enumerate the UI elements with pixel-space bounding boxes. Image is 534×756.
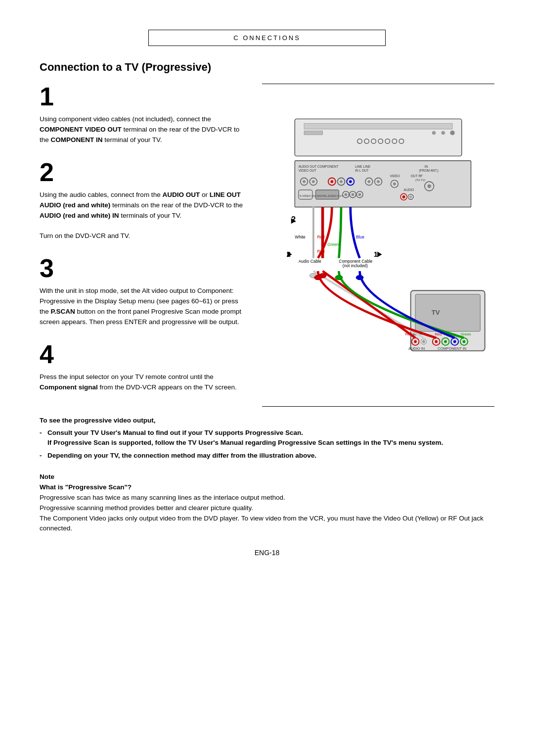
- step-3-number: 3: [40, 255, 247, 281]
- step-2-text: Using the audio cables, connect from the…: [40, 190, 247, 242]
- svg-point-104: [335, 276, 343, 280]
- bullet-2: Depending on your TV, the connection met…: [40, 451, 494, 461]
- svg-point-4: [442, 131, 445, 135]
- step-1: 1 Using component video cables (not incl…: [40, 84, 247, 145]
- svg-text:Green: Green: [461, 332, 471, 337]
- section-title: Connection to a TV (Progressive): [40, 61, 494, 74]
- svg-point-88: [453, 340, 456, 343]
- svg-text:(TO TV): (TO TV): [415, 179, 425, 182]
- svg-text:DIGITAL AUDIO OUT: DIGITAL AUDIO OUT: [316, 194, 343, 197]
- svg-point-27: [340, 181, 343, 184]
- svg-point-41: [352, 193, 355, 196]
- svg-text:LINE    LINE: LINE LINE: [355, 165, 371, 168]
- svg-point-31: [367, 181, 370, 184]
- svg-point-25: [330, 181, 333, 184]
- svg-text:IN L    OUT: IN L OUT: [355, 169, 368, 173]
- svg-text:COMPONENT IN: COMPONENT IN: [438, 347, 466, 351]
- note-line-1: Progressive scan has twice as many scann…: [40, 493, 494, 503]
- svg-point-90: [463, 340, 466, 343]
- svg-text:AUDIO IN: AUDIO IN: [408, 347, 425, 351]
- main-content: 1 Using component video cables (not incl…: [40, 84, 494, 407]
- svg-text:Green: Green: [327, 242, 339, 247]
- svg-marker-74: [377, 252, 382, 257]
- svg-text:VIDEO OUT: VIDEO OUT: [299, 169, 316, 173]
- step-2: 2 Using the audio cables, connect from t…: [40, 159, 247, 242]
- svg-text:White: White: [295, 235, 306, 240]
- note-line-2: Progressive scanning method provides bet…: [40, 503, 494, 514]
- step-2-number: 2: [40, 159, 247, 185]
- steps-column: 1 Using component video cables (not incl…: [40, 84, 247, 407]
- svg-text:Blue: Blue: [356, 235, 364, 240]
- svg-text:1: 1: [374, 250, 378, 258]
- svg-text:S-VIDEO OUT: S-VIDEO OUT: [300, 194, 318, 197]
- connection-diagram-svg: AUDIO OUT COMPONENT VIDEO OUT LINE LINE …: [267, 114, 490, 374]
- svg-point-33: [377, 181, 380, 184]
- svg-point-29: [349, 181, 352, 184]
- note-subtitle: What is "Progressive Scan"?: [40, 483, 494, 491]
- svg-point-47: [427, 185, 431, 189]
- step-3-text: With the unit in stop mode, set the Alt …: [40, 286, 247, 328]
- svg-point-56: [409, 196, 412, 199]
- svg-point-21: [303, 181, 306, 184]
- connections-header: C ONNECTIONS: [148, 30, 386, 46]
- svg-text:IN: IN: [425, 165, 428, 168]
- svg-text:(FROM ANT.): (FROM ANT.): [419, 169, 439, 173]
- note-section: Note What is "Progressive Scan"? Progres…: [40, 473, 494, 534]
- note-line-3: The Component Video jacks only output vi…: [40, 514, 494, 534]
- svg-point-50: [393, 183, 396, 186]
- svg-text:VIDEO: VIDEO: [390, 174, 400, 178]
- svg-text:TV: TV: [432, 309, 440, 316]
- step-4-text: Press the input selector on your TV remo…: [40, 372, 247, 393]
- svg-point-43: [358, 193, 361, 196]
- svg-point-79: [414, 340, 417, 343]
- bullet-1: Consult your TV User's Manual to find ou…: [40, 428, 494, 448]
- svg-text:Red: Red: [317, 249, 325, 254]
- svg-rect-1: [304, 124, 452, 129]
- svg-text:AUDIO OUT COMPONENT: AUDIO OUT COMPONENT: [299, 165, 339, 168]
- step-1-text: Using component video cables (not includ…: [40, 114, 247, 145]
- svg-point-82: [422, 340, 425, 343]
- step-1-number: 1: [40, 84, 247, 109]
- notes-section: To see the progressive video output, Con…: [40, 417, 494, 461]
- note-title: Note: [40, 473, 494, 480]
- step-4: 4 Press the input selector on your TV re…: [40, 341, 247, 393]
- step-3: 3 With the unit in stop mode, set the Al…: [40, 255, 247, 328]
- diagram-column: AUDIO OUT COMPONENT VIDEO OUT LINE LINE …: [262, 84, 494, 407]
- svg-point-103: [314, 276, 322, 280]
- svg-point-39: [345, 193, 348, 196]
- svg-point-5: [432, 131, 436, 135]
- svg-text:AUDIO: AUDIO: [404, 188, 414, 191]
- to-see-label: To see the progressive video output,: [40, 417, 494, 424]
- svg-point-84: [435, 340, 438, 343]
- svg-text:Audio Cable: Audio Cable: [299, 259, 321, 264]
- page-number: ENG-18: [40, 549, 494, 557]
- svg-line-100: [323, 271, 416, 338]
- svg-point-105: [356, 276, 363, 280]
- connection-diagram: AUDIO OUT COMPONENT VIDEO OUT LINE LINE …: [267, 114, 490, 376]
- svg-text:Red: Red: [317, 235, 325, 240]
- svg-point-53: [402, 196, 405, 199]
- svg-text:OUT RF: OUT RF: [411, 174, 423, 178]
- svg-text:(not included): (not included): [343, 264, 368, 269]
- svg-rect-2: [304, 131, 323, 135]
- svg-point-3: [450, 131, 454, 135]
- step-4-number: 4: [40, 341, 247, 367]
- svg-point-86: [444, 340, 447, 343]
- svg-point-23: [312, 181, 315, 184]
